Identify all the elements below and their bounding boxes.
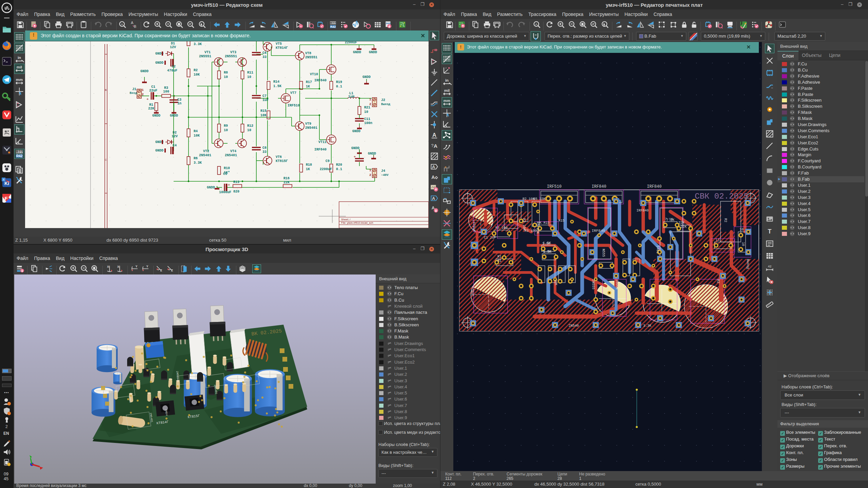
svg-text:C7: C7 <box>262 94 267 98</box>
svg-text:R2: R2 <box>194 68 198 72</box>
svg-text:0.1: 0.1 <box>336 85 342 88</box>
svg-text:470uF: 470uF <box>471 286 474 296</box>
svg-text:R2 10K: R2 10K <box>522 197 535 201</box>
svg-text:J1: J1 <box>132 87 136 91</box>
svg-text:GNDD: GNDD <box>140 69 149 73</box>
svg-text:R3 100: R3 100 <box>525 229 537 233</box>
svg-text:VT9: VT9 <box>305 122 311 126</box>
svg-text:F: F <box>4 196 7 201</box>
svg-text:2N5551: 2N5551 <box>305 56 317 59</box>
svg-text:1: 1 <box>369 98 371 101</box>
svg-text:R2: R2 <box>724 218 727 222</box>
svg-text:470uF: 470uF <box>472 222 476 232</box>
svg-text:2N555: 2N555 <box>591 279 595 289</box>
svg-text:10: 10 <box>224 128 228 132</box>
svg-text:Выход: Выход <box>381 103 391 106</box>
svg-text:C8: C8 <box>262 146 267 150</box>
svg-text:VT7: VT7 <box>290 91 296 95</box>
svg-text:2N5551: 2N5551 <box>199 55 211 58</box>
svg-text:12V: 12V <box>170 45 176 49</box>
svg-text:R18: R18 <box>306 163 312 167</box>
svg-text:2: 2 <box>369 103 371 106</box>
svg-text:10K: 10K <box>554 279 558 285</box>
svg-text:1.5K: 1.5K <box>273 84 281 88</box>
svg-text:100: 100 <box>163 90 169 94</box>
svg-text:C1: C1 <box>151 85 155 89</box>
svg-text:1uF: 1uF <box>262 98 269 102</box>
svg-text:VT4: VT4 <box>230 149 236 153</box>
svg-text:100n: 100n <box>364 121 372 125</box>
svg-text:1000u: 1000u <box>615 279 619 289</box>
svg-text:N555: N555 <box>601 249 605 257</box>
svg-text:1K: 1K <box>306 167 310 171</box>
svg-text:C6: C6 <box>262 51 267 55</box>
svg-text:10: 10 <box>741 242 745 246</box>
svg-text:GNDD: GNDD <box>353 50 361 54</box>
svg-text:GNDD: GNDD <box>155 61 163 65</box>
svg-text:КТ815Г: КТ815Г <box>276 159 288 163</box>
svg-text:22K: 22K <box>680 225 687 229</box>
svg-text:10: 10 <box>364 110 368 114</box>
svg-text:IRF840: IRF840 <box>314 79 327 82</box>
svg-text:22K: 22K <box>678 221 685 225</box>
svg-text:C: C <box>105 158 107 161</box>
svg-text:10K: 10K <box>194 73 200 77</box>
svg-text:IRF840: IRF840 <box>636 209 649 212</box>
svg-text:C2: C2 <box>490 218 493 222</box>
svg-text:B: B <box>105 88 106 92</box>
svg-text:Sheet: /: Sheet: / <box>341 218 351 221</box>
svg-text:J2: J2 <box>381 98 385 102</box>
svg-text:10: 10 <box>739 228 744 231</box>
svg-text:5401: 5401 <box>656 245 659 253</box>
svg-text:R6: R6 <box>194 157 198 160</box>
svg-text:R1: R1 <box>149 103 153 107</box>
svg-text:33: 33 <box>262 150 267 154</box>
svg-text:22uF: 22uF <box>149 89 157 93</box>
svg-text:1: 1 <box>142 88 144 92</box>
svg-text:R8: R8 <box>224 71 228 75</box>
svg-text:12V: 12V <box>172 135 178 138</box>
svg-text:R11: R11 <box>247 71 253 75</box>
svg-text:2N5401: 2N5401 <box>199 154 211 157</box>
svg-text:GNDD: GNDD <box>368 152 376 156</box>
svg-text:GNDD: GNDD <box>362 75 371 79</box>
svg-text:C4: C4 <box>173 144 177 147</box>
svg-text:3.3K: 3.3K <box>194 42 202 46</box>
svg-text:R5 33K: R5 33K <box>533 197 546 201</box>
svg-text:3.3K: 3.3K <box>643 324 651 328</box>
svg-text:1uH: 1uH <box>348 95 354 99</box>
svg-text:33: 33 <box>262 55 267 59</box>
svg-text:GNDD: GNDD <box>152 114 160 118</box>
svg-text:Вход: Вход <box>130 92 137 95</box>
svg-text:D2: D2 <box>173 131 177 135</box>
svg-text:R2 10K: R2 10K <box>522 218 526 230</box>
svg-text:R15: R15 <box>558 219 565 223</box>
svg-text:22K: 22K <box>283 181 290 184</box>
svg-text:2N5551: 2N5551 <box>225 55 237 58</box>
svg-text:R9: R9 <box>224 124 228 128</box>
svg-text:КТ814Г: КТ814Г <box>276 46 288 50</box>
svg-text:VT5: VT5 <box>276 42 282 46</box>
svg-text:1n: 1n <box>177 102 181 105</box>
svg-text:Ki: Ki <box>4 181 9 186</box>
svg-text:GNDD: GNDD <box>351 146 359 150</box>
svg-text:2N5401: 2N5401 <box>305 126 317 130</box>
svg-text:R5: R5 <box>194 41 198 42</box>
svg-text:R1: R1 <box>497 259 501 263</box>
svg-text:R21: R21 <box>364 106 370 109</box>
svg-text:2200uF: 2200uF <box>345 41 357 44</box>
svg-text:1: 1 <box>369 169 371 172</box>
svg-text:C1 2uF: C1 2uF <box>484 236 496 240</box>
svg-text:R20: R20 <box>336 163 342 167</box>
svg-text:1000uF: 1000uF <box>219 190 231 194</box>
svg-text:−40V: −40V <box>381 174 389 177</box>
svg-text:VT6: VT6 <box>276 155 282 159</box>
svg-text:R17: R17 <box>306 80 312 84</box>
svg-text:820: 820 <box>233 190 239 194</box>
svg-text:+: + <box>146 97 149 101</box>
svg-text:C5: C5 <box>223 172 227 176</box>
svg-text:R16: R16 <box>283 177 290 180</box>
svg-text:2: 2 <box>369 174 371 177</box>
svg-text:J4: J4 <box>381 169 385 173</box>
svg-text:3.3K: 3.3K <box>194 161 202 165</box>
